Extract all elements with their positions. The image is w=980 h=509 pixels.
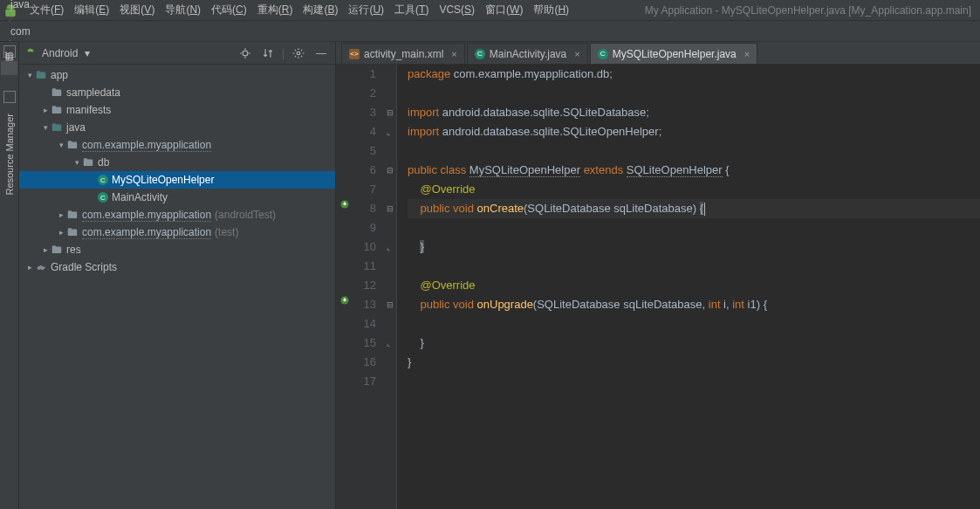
- tree-row-sampledata[interactable]: sampledata: [19, 84, 335, 101]
- tree-label: res: [66, 244, 81, 256]
- line-number[interactable]: 8: [355, 199, 376, 218]
- tree-row-com-example-myapplication[interactable]: ▾com.example.myapplication: [19, 136, 335, 154]
- code-line[interactable]: public void onCreate(SQLiteDatabase sqLi…: [408, 199, 980, 218]
- menu-w[interactable]: 窗口(W): [480, 2, 528, 17]
- close-icon[interactable]: ×: [744, 49, 750, 59]
- close-icon[interactable]: ×: [451, 49, 456, 59]
- line-number[interactable]: 4: [355, 122, 376, 141]
- sort-icon[interactable]: [261, 46, 275, 60]
- fold-icon[interactable]: ⊟: [387, 199, 394, 218]
- menu-t[interactable]: 工具(T): [389, 2, 434, 17]
- tree-arrow-icon[interactable]: ▸: [56, 228, 66, 237]
- tree-arrow-icon[interactable]: ▸: [40, 106, 51, 114]
- gutter-fold[interactable]: ⊟⌞⊟⊟⌞⊟⌞: [385, 65, 397, 509]
- hide-icon[interactable]: —: [314, 46, 328, 60]
- code-line[interactable]: package com.example.myapplication.db;: [408, 65, 980, 84]
- line-number[interactable]: 6: [355, 161, 376, 180]
- code-line[interactable]: @Override: [408, 180, 980, 199]
- folder-icon: [66, 209, 79, 221]
- tree-arrow-icon[interactable]: ▾: [56, 141, 66, 149]
- tree-arrow-icon[interactable]: ▸: [40, 245, 51, 254]
- menu-r[interactable]: 重构(R): [252, 2, 298, 17]
- code-line[interactable]: import android.database.sqlite.SQLiteOpe…: [408, 122, 980, 141]
- line-number[interactable]: 2: [355, 84, 376, 103]
- line-number[interactable]: 3: [355, 103, 376, 122]
- dropdown-icon[interactable]: ▾: [85, 47, 90, 59]
- code-lines[interactable]: package com.example.myapplication.db;imp…: [397, 65, 980, 509]
- code-line[interactable]: @Override: [408, 276, 980, 295]
- tree-row-mainactivity[interactable]: CMainActivity: [19, 189, 335, 206]
- code-editor[interactable]: 1234567891011121314151617 ⊟⌞⊟⊟⌞⊟⌞ packag…: [336, 65, 980, 509]
- locate-icon[interactable]: [238, 46, 252, 60]
- fold-icon[interactable]: ⊟: [387, 103, 394, 122]
- editor-tab-activity-main-xml[interactable]: <>activity_main.xml×: [341, 43, 465, 64]
- override-icon[interactable]: [339, 199, 350, 210]
- code-line[interactable]: public class MySQLiteOpenHelper extends …: [408, 161, 980, 180]
- code-line[interactable]: }: [408, 334, 980, 353]
- line-number[interactable]: 9: [355, 218, 376, 237]
- crumb-java[interactable]: java: [7, 0, 130, 10]
- line-number[interactable]: 1: [355, 65, 376, 84]
- tree-row-manifests[interactable]: ▸manifests: [19, 101, 335, 119]
- project-tree[interactable]: ▾appsampledata▸manifests▾java▾com.exampl…: [19, 65, 335, 509]
- tree-row-com-example-myapplication[interactable]: ▸com.example.myapplication(test): [19, 224, 335, 241]
- line-number[interactable]: 16: [355, 353, 376, 372]
- editor-tab-mainactivity-java[interactable]: CMainActivity.java×: [467, 43, 588, 64]
- tree-row-mysqliteopenhelper[interactable]: CMySQLiteOpenHelper: [19, 171, 335, 189]
- tree-row-res[interactable]: ▸res: [19, 241, 335, 258]
- code-line[interactable]: import android.database.sqlite.SQLiteDat…: [408, 103, 980, 122]
- tool-tab-project[interactable]: 项目: [1, 61, 17, 75]
- gear-icon[interactable]: [291, 46, 305, 60]
- line-number[interactable]: 7: [355, 180, 376, 199]
- tree-row-java[interactable]: ▾java: [19, 119, 335, 136]
- code-line[interactable]: [408, 141, 980, 161]
- tree-arrow-icon[interactable]: ▸: [24, 263, 35, 272]
- tool-window-bar-left: 项目 Resource Manager: [0, 42, 19, 509]
- xml-file-icon: <>: [349, 49, 360, 59]
- code-line[interactable]: }: [408, 353, 980, 372]
- fold-icon[interactable]: ⊟: [387, 161, 394, 180]
- code-line[interactable]: [408, 257, 980, 276]
- close-icon[interactable]: ×: [574, 49, 579, 59]
- project-tool-icon[interactable]: [3, 45, 16, 58]
- gradle-icon: [35, 261, 47, 273]
- crumb-com[interactable]: com: [7, 25, 130, 38]
- line-number[interactable]: 17: [355, 372, 376, 391]
- menu-s[interactable]: VCS(S): [434, 2, 480, 17]
- tree-row-app[interactable]: ▾app: [19, 66, 335, 84]
- code-line[interactable]: }: [408, 237, 980, 257]
- line-number[interactable]: 11: [355, 257, 376, 276]
- tree-arrow-icon[interactable]: ▾: [40, 123, 51, 132]
- line-number[interactable]: 12: [355, 276, 376, 295]
- fold-icon[interactable]: ⊟: [387, 295, 394, 314]
- tree-arrow-icon[interactable]: ▸: [56, 210, 66, 219]
- menu-b[interactable]: 构建(B): [298, 2, 343, 17]
- tree-row-com-example-myapplication[interactable]: ▸com.example.myapplication(androidTest): [19, 206, 335, 224]
- code-line[interactable]: [408, 218, 980, 237]
- tree-label: app: [51, 69, 68, 81]
- menu-n[interactable]: 导航(N): [160, 2, 206, 17]
- menu-c[interactable]: 代码(C): [206, 2, 252, 17]
- editor-tab-mysqliteopenhelper-java[interactable]: CMySQLiteOpenHelper.java×: [590, 43, 758, 64]
- line-number[interactable]: 13: [355, 295, 376, 314]
- tree-row-db[interactable]: ▾db: [19, 154, 335, 171]
- breadcrumb-sep: 〉: [7, 11, 19, 24]
- code-line[interactable]: [408, 372, 980, 391]
- tree-arrow-icon[interactable]: ▾: [24, 71, 35, 79]
- menu-h[interactable]: 帮助(H): [528, 2, 574, 17]
- line-number[interactable]: 14: [355, 314, 376, 334]
- line-number[interactable]: 15: [355, 334, 376, 353]
- code-line[interactable]: public void onUpgrade(SQLiteDatabase sqL…: [408, 295, 980, 314]
- editor-area: <>activity_main.xml×CMainActivity.java×C…: [336, 42, 980, 509]
- override-icon[interactable]: [339, 295, 350, 306]
- resource-manager-tool-icon[interactable]: [3, 91, 16, 103]
- tree-arrow-icon[interactable]: ▾: [72, 158, 82, 167]
- code-line[interactable]: [408, 84, 980, 103]
- tool-tab-resource-manager[interactable]: Resource Manager: [3, 107, 17, 203]
- project-view-title[interactable]: Android: [42, 47, 78, 59]
- line-number[interactable]: 10: [355, 237, 376, 257]
- menu-u[interactable]: 运行(U): [343, 2, 389, 17]
- code-line[interactable]: [408, 314, 980, 334]
- tree-row-gradle-scripts[interactable]: ▸Gradle Scripts: [19, 258, 335, 276]
- line-number[interactable]: 5: [355, 141, 376, 161]
